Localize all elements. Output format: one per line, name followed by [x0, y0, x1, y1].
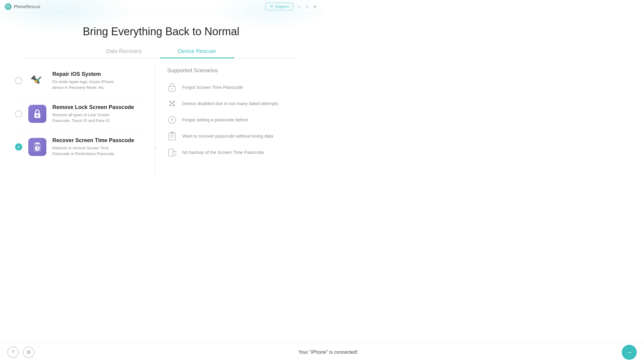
scenarios-title: Supported Scenarios [167, 67, 310, 74]
svg-rect-21 [169, 133, 176, 140]
scenario-device-disabled-text: Device disabled due to too many failed a… [182, 101, 278, 106]
svg-text:?: ? [171, 118, 174, 123]
scenario-icon-clipboard [167, 131, 177, 141]
title-bar: PhoneRescue ⟳ Support ─ □ ✕ [0, 0, 322, 13]
options-panel: Repair iOS System Fix white Apple logo, … [12, 64, 155, 179]
scenario-forgot-passcode-text: Forgot setting a passcode before [182, 117, 248, 122]
scenario-forgot-passcode: ? Forgot setting a passcode before [167, 112, 310, 128]
main-content: Bring Everything Back to Normal Data Rec… [0, 13, 322, 181]
option-remove-lock-desc: Remove all types of Lock ScreenPasscode,… [52, 112, 134, 124]
option-screen-time-title: Recover Screen Time Passcode [52, 137, 134, 144]
scenario-device-disabled: Device disabled due to too many failed a… [167, 95, 310, 112]
hero-title: Bring Everything Back to Normal [0, 19, 322, 45]
app-logo [5, 3, 11, 10]
scenario-forgot-screen-time: ? Forgot Screen Time Passcode [167, 79, 310, 95]
icon-timer [28, 138, 46, 156]
option-repair-ios[interactable]: Repair iOS System Fix white Apple logo, … [12, 64, 146, 97]
option-screen-time[interactable]: Recover Screen Time Passcode Retrieve or… [12, 130, 146, 163]
scenario-no-backup-text: No backup of the Screen Time Passcode [182, 150, 264, 155]
scenario-no-data-loss-text: Want to recover passcode without losing … [182, 133, 273, 138]
window-controls: ─ □ ✕ [297, 4, 317, 9]
option-remove-lock-title: Remove Lock Screen Passcode [52, 104, 134, 110]
svg-point-18 [171, 103, 173, 104]
tab-data-recovery[interactable]: Data Recovery [88, 45, 160, 58]
option-remove-lock[interactable]: Remove Lock Screen Passcode Remove all t… [12, 97, 146, 130]
radio-remove-lock[interactable] [15, 110, 22, 117]
support-button[interactable]: ⟳ Support [266, 3, 293, 10]
tab-device-rescuer[interactable]: Device Rescuer [160, 45, 234, 58]
close-button[interactable]: ✕ [313, 4, 317, 9]
minimize-button[interactable]: ─ [297, 4, 302, 9]
icon-tools [28, 72, 46, 90]
scenario-no-data-loss: Want to recover passcode without losing … [167, 128, 310, 144]
scenario-icon-clock-doc [167, 147, 177, 157]
maximize-button[interactable]: □ [305, 4, 310, 9]
title-bar-controls: ⟳ Support ─ □ ✕ [266, 3, 317, 10]
radio-repair-ios[interactable] [15, 77, 22, 84]
option-repair-ios-title: Repair iOS System [52, 71, 115, 77]
icon-lock [28, 105, 46, 123]
app-name: PhoneRescue [14, 4, 40, 9]
svg-point-14 [170, 101, 171, 103]
radio-screen-time[interactable] [15, 143, 22, 151]
svg-rect-10 [35, 142, 40, 144]
option-screen-time-desc: Retrieve or remove Screen TimePasscode o… [52, 145, 134, 157]
scenario-icon-question: ? [167, 115, 177, 125]
chevron-right-icon: › [154, 144, 157, 151]
right-panel: Supported Scenarios ? Forgot Screen Time… [155, 64, 310, 179]
scenario-icon-lock-question: ? [167, 82, 177, 92]
option-repair-ios-desc: Fix white Apple logo, frozen iPhone,devi… [52, 79, 115, 91]
tab-bar: Data Recovery Device Rescuer [24, 45, 298, 58]
scenario-forgot-screen-time-text: Forgot Screen Time Passcode [182, 85, 243, 90]
svg-point-16 [170, 104, 171, 106]
option-screen-time-text: Recover Screen Time Passcode Retrieve or… [52, 137, 134, 157]
scenario-no-backup: No backup of the Screen Time Passcode [167, 144, 310, 160]
scenario-icon-dots [167, 98, 177, 109]
svg-point-6 [37, 79, 39, 81]
content-area: Repair iOS System Fix white Apple logo, … [0, 58, 322, 181]
svg-text:?: ? [171, 88, 173, 91]
support-icon: ⟳ [270, 4, 273, 9]
option-remove-lock-text: Remove Lock Screen Passcode Remove all t… [52, 104, 134, 124]
app-branding: PhoneRescue [5, 3, 40, 10]
svg-point-17 [173, 104, 175, 106]
svg-point-15 [173, 101, 175, 103]
option-repair-ios-text: Repair iOS System Fix white Apple logo, … [52, 71, 115, 91]
svg-point-8 [36, 115, 38, 117]
